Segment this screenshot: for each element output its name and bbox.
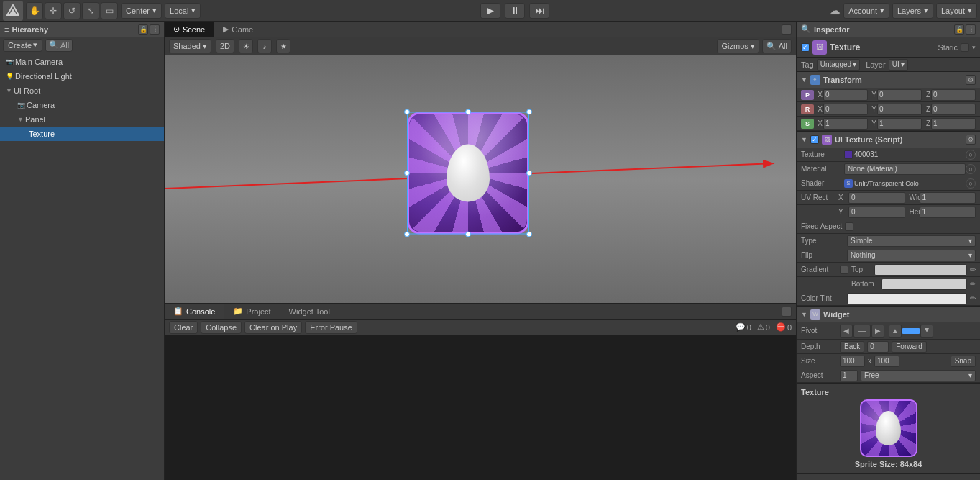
transform-header[interactable]: ▼ ⌖ Transform ⚙ bbox=[797, 72, 980, 88]
handle-l[interactable] bbox=[404, 171, 410, 176]
handle-t[interactable] bbox=[465, 109, 471, 115]
local-dropdown[interactable]: Local ▾ bbox=[165, 3, 201, 19]
uv-x-input[interactable]: 0 bbox=[848, 192, 905, 204]
rect-tool-btn[interactable]: ▭ bbox=[101, 2, 118, 19]
hierarchy-item[interactable]: 💡 Directional Light bbox=[0, 69, 164, 83]
search-all-toggle[interactable]: 🔍 All bbox=[45, 39, 73, 52]
hierarchy-item[interactable]: ▼ Panel bbox=[0, 112, 164, 127]
widget-header[interactable]: ▼ W Widget bbox=[797, 307, 980, 322]
uv-width-input[interactable]: 1 bbox=[920, 192, 976, 204]
hierarchy-item[interactable]: 📷 Camera bbox=[0, 98, 164, 112]
clear-on-play-btn[interactable]: Clear on Play bbox=[244, 321, 302, 334]
play-button[interactable]: ▶ bbox=[480, 3, 500, 19]
scene-viewport[interactable] bbox=[165, 55, 796, 303]
fixed-aspect-checkbox[interactable] bbox=[845, 222, 853, 231]
error-pause-btn[interactable]: Error Pause bbox=[305, 321, 357, 334]
account-dropdown[interactable]: Account ▾ bbox=[843, 3, 889, 19]
tab-project[interactable]: 📁 Project bbox=[224, 304, 280, 319]
color-tint-swatch[interactable] bbox=[847, 293, 967, 304]
scene-fx-btn[interactable]: ★ bbox=[276, 39, 290, 53]
inspector-menu-btn[interactable]: ⋮ bbox=[966, 24, 976, 35]
shaded-dropdown[interactable]: Shaded ▾ bbox=[169, 39, 211, 53]
hierarchy-item-selected[interactable]: Texture bbox=[0, 127, 164, 141]
uitexture-settings-btn[interactable]: ⚙ bbox=[966, 135, 976, 145]
rotate-tool-btn[interactable]: ↺ bbox=[63, 2, 81, 19]
hierarchy-item[interactable]: ▼ UI Root bbox=[0, 83, 164, 98]
hierarchy-lock-btn[interactable]: 🔒 bbox=[138, 24, 148, 35]
aspect-value[interactable]: 1 bbox=[840, 370, 858, 381]
2d-toggle[interactable]: 2D bbox=[216, 39, 234, 53]
handle-br[interactable] bbox=[526, 232, 532, 237]
scene-audio-btn[interactable]: ♪ bbox=[257, 39, 272, 53]
gradient-checkbox[interactable] bbox=[840, 266, 848, 274]
create-button[interactable]: Create ▾ bbox=[3, 39, 42, 52]
snap-btn[interactable]: Snap bbox=[951, 356, 976, 367]
pivot-down-btn[interactable]: ▲ bbox=[920, 325, 933, 338]
scale-tool-btn[interactable]: ⤡ bbox=[82, 2, 99, 19]
scale-z-input[interactable]: 1 bbox=[931, 118, 976, 130]
rot-x-input[interactable]: 0 bbox=[823, 104, 868, 115]
gradient-pencil-icon-2[interactable]: ✏ bbox=[970, 280, 976, 288]
center-dropdown[interactable]: Center ▾ bbox=[121, 3, 162, 19]
tab-console[interactable]: 📋 Console bbox=[165, 304, 224, 319]
material-input[interactable]: None (Material) bbox=[844, 163, 966, 175]
tab-scene[interactable]: ⊙ Scene bbox=[165, 22, 214, 37]
all-search-btn[interactable]: 🔍 All bbox=[762, 39, 792, 53]
scale-y-input[interactable]: 1 bbox=[877, 118, 922, 130]
scene-lighting-btn[interactable]: ☀ bbox=[239, 39, 253, 53]
inspector-lock-btn[interactable]: 🔒 bbox=[954, 24, 964, 35]
uv-height-input[interactable]: 1 bbox=[920, 207, 976, 218]
tab-widget-tool[interactable]: Widget Tool bbox=[280, 304, 339, 319]
handle-tr[interactable] bbox=[526, 109, 532, 115]
step-button[interactable]: ⏭ bbox=[529, 3, 549, 19]
uitexture-header[interactable]: ▼ ✓ 🖼 UI Texture (Script) ⚙ bbox=[797, 132, 980, 148]
pos-z-input[interactable]: 0 bbox=[931, 89, 976, 101]
handle-b[interactable] bbox=[465, 232, 471, 237]
collapse-btn[interactable]: Collapse bbox=[201, 321, 242, 334]
hierarchy-menu-btn[interactable]: ⋮ bbox=[150, 24, 160, 35]
rot-y-input[interactable]: 0 bbox=[877, 104, 922, 115]
scale-x-input[interactable]: 1 bbox=[823, 118, 868, 130]
tab-game[interactable]: ▶ Game bbox=[214, 22, 262, 37]
uitexture-active-checkbox[interactable]: ✓ bbox=[810, 135, 819, 144]
shader-select-btn[interactable]: ○ bbox=[966, 178, 976, 189]
size-x-input[interactable]: 100 bbox=[840, 356, 865, 367]
pos-y-input[interactable]: 0 bbox=[877, 89, 922, 101]
tag-dropdown[interactable]: Untagged ▾ bbox=[817, 59, 860, 71]
layout-dropdown[interactable]: Layout ▾ bbox=[936, 3, 977, 19]
gradient-top-color[interactable] bbox=[874, 264, 967, 276]
static-checkbox[interactable] bbox=[961, 43, 969, 52]
hierarchy-item[interactable]: 📷 Main Camera bbox=[0, 55, 164, 69]
pivot-center-btn[interactable]: — bbox=[853, 325, 871, 338]
gradient-pencil-icon[interactable]: ✏ bbox=[970, 266, 976, 273]
layers-dropdown[interactable]: Layers ▾ bbox=[892, 3, 933, 19]
aspect-dropdown[interactable]: Free ▾ bbox=[861, 370, 976, 381]
pause-button[interactable]: ⏸ bbox=[505, 3, 525, 19]
rot-z-input[interactable]: 0 bbox=[931, 104, 976, 115]
flip-dropdown[interactable]: Nothing ▾ bbox=[847, 250, 976, 261]
depth-input[interactable]: 0 bbox=[867, 341, 889, 353]
handle-tl[interactable] bbox=[404, 109, 410, 115]
transform-settings-btn[interactable]: ⚙ bbox=[966, 75, 976, 85]
move-tool-btn[interactable]: ✛ bbox=[45, 2, 62, 19]
pivot-left-btn[interactable]: ◀ bbox=[840, 325, 853, 338]
pos-x-input[interactable]: 0 bbox=[823, 89, 868, 101]
uv-y-input[interactable]: 0 bbox=[848, 207, 905, 218]
handle-bl[interactable] bbox=[404, 232, 410, 237]
layer-dropdown[interactable]: UI ▾ bbox=[889, 59, 908, 71]
back-btn[interactable]: Back bbox=[840, 341, 864, 353]
size-y-input[interactable]: 100 bbox=[874, 356, 899, 367]
type-dropdown[interactable]: Simple ▾ bbox=[847, 235, 976, 247]
gizmos-dropdown[interactable]: Gizmos ▾ bbox=[717, 39, 759, 53]
texture-select-btn[interactable]: ○ bbox=[966, 150, 976, 160]
hand-tool-btn[interactable]: ✋ bbox=[26, 2, 43, 19]
bottom-panel-menu-btn[interactable]: ⋮ bbox=[782, 307, 792, 317]
forward-btn[interactable]: Forward bbox=[892, 341, 927, 353]
material-select-btn[interactable]: ○ bbox=[966, 164, 976, 174]
clear-btn[interactable]: Clear bbox=[169, 321, 198, 334]
pivot-right-btn[interactable]: ▶ bbox=[871, 325, 884, 338]
pivot-up-btn[interactable]: ▲ bbox=[889, 325, 902, 338]
gradient-bottom-color[interactable] bbox=[881, 279, 967, 290]
active-checkbox[interactable]: ✓ bbox=[801, 43, 810, 52]
color-pencil-icon[interactable]: ✏ bbox=[970, 294, 976, 302]
